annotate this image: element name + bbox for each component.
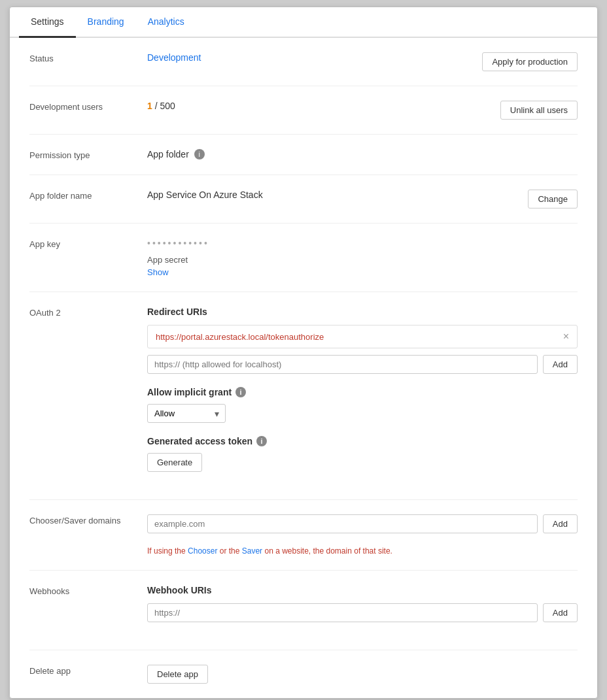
unlink-all-users-button[interactable]: Unlink all users <box>500 101 578 120</box>
chooser-saver-input[interactable] <box>147 514 538 533</box>
access-token-title: Generated access token i <box>147 436 578 446</box>
status-link[interactable]: Development <box>147 52 201 63</box>
app-folder-name-label: App folder name <box>29 190 147 201</box>
dev-users-total: / 500 <box>155 101 175 111</box>
access-token-title-text: Generated access token <box>147 436 252 446</box>
hint-prefix: If using the <box>147 546 188 556</box>
dev-users-label: Development users <box>29 101 147 112</box>
show-secret-link[interactable]: Show <box>147 267 169 277</box>
chooser-saver-label: Chooser/Saver domains <box>29 514 147 525</box>
access-token-section: Generated access token i Generate <box>147 436 578 472</box>
oauth2-row: OAuth 2 Redirect URIs https://portal.azu… <box>29 292 578 500</box>
uri-item: https://portal.azurestack.local/tokenaut… <box>147 325 578 348</box>
app-folder-name-row: App folder name App Service On Azure Sta… <box>29 175 578 224</box>
chooser-saver-input-row: Add <box>147 514 578 533</box>
redirect-uris-section: Redirect URIs https://portal.azurestack.… <box>147 307 578 374</box>
generate-button[interactable]: Generate <box>147 453 202 472</box>
webhook-uris-title: Webhook URIs <box>147 585 578 595</box>
permission-info-icon[interactable]: i <box>194 149 205 159</box>
redirect-uris-title: Redirect URIs <box>147 307 578 317</box>
settings-content: Status Development Apply for production … <box>10 38 597 698</box>
app-key-secret-row: App key •••••••••••• App secret Show <box>29 224 578 292</box>
webhooks-label: Webhooks <box>29 585 147 596</box>
chooser-saver-add-button[interactable]: Add <box>543 514 578 533</box>
app-key-label: App key <box>29 238 147 249</box>
tabs-bar: Settings Branding Analytics <box>10 7 597 38</box>
app-key-value: •••••••••••• <box>147 238 578 248</box>
implicit-grant-title: Allow implicit grant i <box>147 387 578 397</box>
uri-input[interactable] <box>147 355 538 374</box>
permission-type-label: Permission type <box>29 149 147 160</box>
status-value: Development <box>147 52 469 63</box>
implicit-grant-section: Allow implicit grant i Allow Disallow <box>147 387 578 423</box>
permission-type-value: App folder i <box>147 149 578 159</box>
dev-users-current: 1 <box>147 101 152 111</box>
webhooks-row: Webhooks Webhook URIs Add <box>29 571 578 650</box>
oauth2-label: OAuth 2 <box>29 307 147 318</box>
implicit-grant-select[interactable]: Allow Disallow <box>147 404 226 423</box>
change-button[interactable]: Change <box>528 190 578 208</box>
app-folder-name-value: App Service On Azure Stack <box>147 190 515 200</box>
chooser-saver-row: Chooser/Saver domains Add If using the C… <box>29 500 578 571</box>
permission-type-text: App folder <box>147 149 189 159</box>
webhook-add-button[interactable]: Add <box>543 603 578 622</box>
status-button-wrap: Apply for production <box>469 52 578 71</box>
implicit-grant-title-text: Allow implicit grant <box>147 387 232 397</box>
status-row: Status Development Apply for production <box>29 38 578 86</box>
dev-users-value: 1 / 500 <box>147 101 487 111</box>
app-folder-name-button-wrap: Change <box>515 190 578 208</box>
app-window: Settings Branding Analytics Status Devel… <box>9 7 598 699</box>
delete-app-content: Delete app <box>147 665 578 684</box>
tab-branding[interactable]: Branding <box>76 7 136 38</box>
chooser-link[interactable]: Chooser <box>188 546 217 556</box>
app-secret-label: App secret <box>147 255 578 265</box>
status-label: Status <box>29 52 147 63</box>
add-uri-row: Add <box>147 355 578 374</box>
delete-app-button[interactable]: Delete app <box>147 665 208 684</box>
dev-users-row: Development users 1 / 500 Unlink all use… <box>29 86 578 135</box>
oauth2-content: Redirect URIs https://portal.azurestack.… <box>147 307 578 485</box>
dev-users-button-wrap: Unlink all users <box>487 101 578 120</box>
implicit-grant-info-icon[interactable]: i <box>235 387 246 397</box>
tab-settings[interactable]: Settings <box>19 7 76 38</box>
implicit-grant-select-wrap: Allow Disallow <box>147 404 226 423</box>
apply-production-button[interactable]: Apply for production <box>482 52 578 71</box>
chooser-saver-content: Add If using the Chooser or the Saver on… <box>147 514 578 556</box>
hint-middle: or the <box>217 546 241 556</box>
chooser-saver-hint: If using the Chooser or the Saver on a w… <box>147 546 578 556</box>
uri-text: https://portal.azurestack.local/tokenaut… <box>156 332 557 342</box>
webhooks-content: Webhook URIs Add <box>147 585 578 635</box>
uri-remove-button[interactable]: × <box>563 331 569 342</box>
delete-app-row: Delete app Delete app <box>29 650 578 698</box>
permission-type-row: Permission type App folder i <box>29 135 578 175</box>
hint-suffix: on a website, the domain of that site. <box>262 546 392 556</box>
tab-analytics[interactable]: Analytics <box>136 7 196 38</box>
webhook-input-row: Add <box>147 603 578 622</box>
delete-app-label: Delete app <box>29 665 147 676</box>
access-token-info-icon[interactable]: i <box>256 436 267 446</box>
permission-type-inner: App folder i <box>147 149 578 159</box>
add-uri-button[interactable]: Add <box>543 355 578 374</box>
app-key-secret-content: •••••••••••• App secret Show <box>147 238 578 277</box>
webhook-input[interactable] <box>147 603 538 622</box>
saver-link[interactable]: Saver <box>242 546 262 556</box>
